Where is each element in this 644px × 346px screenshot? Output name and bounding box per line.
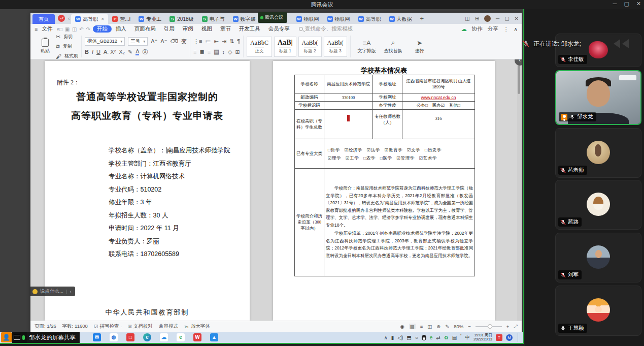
doc-tab[interactable]: W物联网 — [323, 14, 354, 24]
menu-reference[interactable]: 引用 — [160, 25, 179, 33]
menu-section[interactable]: 章节 — [216, 25, 235, 33]
scrollbar-thumb[interactable] — [518, 62, 520, 94]
menu-insert[interactable]: 插入 — [112, 25, 130, 33]
style-heading3[interactable]: AaBb( 标题 3 — [324, 37, 347, 57]
fullscreen-icon[interactable]: ⤢ — [514, 324, 518, 330]
sync-icon[interactable]: ♻ — [444, 335, 449, 340]
doc-tab[interactable]: W专业工 — [134, 14, 165, 24]
tencent-meeting-tray-icon[interactable]: T — [496, 334, 502, 341]
show-desktop-button[interactable] — [518, 333, 520, 342]
align-right-icon[interactable]: ≡ — [208, 49, 211, 55]
highlight-icon[interactable]: ✎ — [128, 49, 132, 55]
outdent-icon[interactable]: ⇤ — [214, 38, 218, 45]
screen-share-indicator[interactable] — [12, 332, 27, 343]
find-replace-tool[interactable]: ⌕ 查找替换 — [380, 36, 406, 57]
menu-devtools[interactable]: 开发工具 — [235, 25, 264, 33]
outline-view-icon[interactable]: ≡ — [420, 324, 423, 329]
wps-app-icon[interactable]: W — [193, 333, 201, 341]
doc-tab[interactable]: W大数据 — [385, 14, 416, 24]
participant-tile[interactable]: 刘军 — [555, 233, 641, 282]
justify-icon[interactable]: ▤ — [214, 49, 219, 55]
doc-tab[interactable]: P营...f — [108, 14, 134, 24]
char-border-icon[interactable]: Ⓐ — [142, 48, 148, 56]
participant-tile-speaking[interactable]: 邹水龙 — [555, 70, 641, 125]
wps-minimize-icon[interactable]: ─ — [496, 16, 499, 21]
doc-tab[interactable]: W数字媒 — [229, 14, 260, 24]
wps-close-icon[interactable]: ✕ — [515, 16, 519, 21]
snip-icon[interactable]: ⬒ — [406, 335, 411, 340]
cut-label[interactable]: 剪切 — [63, 34, 73, 40]
collapse-bubble-icon[interactable]: ‹ — [70, 289, 71, 294]
book-view-icon[interactable]: ◫ — [427, 324, 432, 329]
participant-tile[interactable]: 茜路 — [555, 180, 641, 230]
shading-icon[interactable]: ◇ — [228, 49, 232, 55]
style-heading1[interactable]: AaB| 标题 1 — [274, 37, 296, 57]
pen-icon[interactable]: ✎ — [445, 324, 449, 329]
doc-tab[interactable]: S电子与 — [198, 14, 229, 24]
typeset-tool[interactable]: ≡A 文字排版 — [354, 36, 380, 57]
participant-tile[interactable]: 王慧颖 — [555, 286, 641, 336]
doc-tab[interactable]: W物联网 — [292, 14, 323, 24]
paste-button[interactable]: 粘贴 — [37, 39, 54, 54]
word-count[interactable]: 字数: 11608 — [62, 323, 88, 330]
meeting-close-icon[interactable]: ✕ — [636, 1, 641, 7]
superscript-icon[interactable]: X² — [110, 49, 116, 55]
sidebar-collapse-button[interactable]: ‹ — [515, 59, 522, 66]
menu-start[interactable]: 开始 — [93, 25, 112, 33]
meeting-minimize-icon[interactable]: ─ — [613, 1, 617, 7]
style-heading2[interactable]: AaBb( 标题 2 — [298, 37, 322, 57]
share-button[interactable]: 分享 — [488, 25, 498, 33]
comment-hint-bubble[interactable]: 说点什么... | ‹ — [30, 287, 75, 296]
collab-button[interactable]: 协作 — [472, 25, 483, 33]
clock[interactable]: 19:01 周日 2022/11/13 — [473, 333, 492, 341]
font-color-icon[interactable]: A — [135, 48, 139, 55]
spellcheck-toggle[interactable]: ☑ 拼写检查 · — [94, 323, 122, 330]
zoom-in-icon[interactable]: + — [506, 324, 510, 329]
tab-scroll-left-icon[interactable]: ‹ — [68, 16, 70, 21]
zoom-slider[interactable] — [476, 326, 502, 327]
menu-view[interactable]: 视图 — [197, 25, 216, 33]
bigfont-toggle[interactable]: ℡ 放大字体 — [184, 323, 210, 330]
cut-icon[interactable]: ✂ — [56, 34, 60, 40]
layout-grid-icon[interactable]: ⊞ — [475, 16, 479, 21]
doc-tab-active[interactable]: W 高等职 × — [71, 14, 108, 24]
zoom-knob[interactable] — [488, 324, 492, 329]
strike-icon[interactable]: A̶ — [104, 49, 107, 55]
format-painter-icon[interactable]: 🖌 — [56, 53, 61, 59]
meeting-maximize-icon[interactable]: ▢ — [624, 1, 629, 7]
painter-label[interactable]: 格式刷 — [64, 53, 78, 59]
cloud-sync-icon[interactable]: ☁ — [461, 26, 467, 33]
file-menu[interactable]: 文件 — [38, 25, 56, 33]
doc-tab[interactable]: W高等职 — [354, 14, 385, 24]
command-search[interactable]: 查找命令、搜索模板 — [299, 25, 353, 33]
align-left-icon[interactable]: ≡ — [193, 49, 196, 55]
tab-close-icon[interactable]: × — [101, 16, 104, 22]
numbering-icon[interactable]: ≔ — [205, 38, 211, 45]
browser-app-icon[interactable]: ◍ — [110, 333, 118, 341]
back-arrow-icon[interactable] — [614, 39, 620, 48]
meeting-floating-widget[interactable]: 腾讯会议 — [258, 12, 287, 23]
red-app-icon[interactable]: □ — [126, 333, 134, 341]
cloud-app-icon[interactable]: ☁ — [160, 333, 168, 341]
bullets-icon[interactable]: ⋮≡ — [193, 38, 202, 45]
single-page-view-icon[interactable]: ▤ — [409, 324, 416, 329]
subscript-icon[interactable]: X₂ — [119, 49, 125, 55]
photos-app-icon[interactable]: ▲ — [210, 333, 218, 341]
wps-account-taskbar-icon[interactable]: 👤 — [1, 332, 12, 342]
split-view-icon[interactable]: ◫ — [465, 16, 469, 21]
battery-icon[interactable]: ▮ — [391, 335, 394, 340]
wps-logo-icon[interactable] — [58, 15, 65, 22]
font-size-select[interactable]: 三号▾ — [128, 37, 148, 46]
vertical-scrollbar[interactable] — [517, 59, 521, 321]
document-area[interactable]: 附件 2： 普通高等学校设置非国家控制的 高等职业教育（专科）专业申请表 学校名… — [30, 59, 522, 321]
style-normal[interactable]: AaBbC 正文 — [247, 37, 272, 57]
mail-app-icon[interactable]: ✉ — [93, 333, 101, 341]
document-page-right[interactable]: 学校基本情况表 学校名称 南昌应用技术师范学院 学校地址 江西省南昌市红谷滩区明… — [273, 61, 495, 321]
proofread-toggle[interactable]: 🗷 文档校对 — [128, 323, 152, 330]
wps-home-tab[interactable]: 首页 — [32, 14, 55, 24]
menu-review[interactable]: 审阅 — [179, 25, 197, 33]
screen-share-label[interactable]: 邹水龙的屏幕共享 — [27, 332, 80, 343]
font-name-select[interactable]: 楷体_GB2312▾ — [85, 37, 125, 46]
edge-app-icon[interactable]: e — [143, 333, 151, 341]
increase-font-icon[interactable]: A⁺ — [151, 38, 157, 45]
